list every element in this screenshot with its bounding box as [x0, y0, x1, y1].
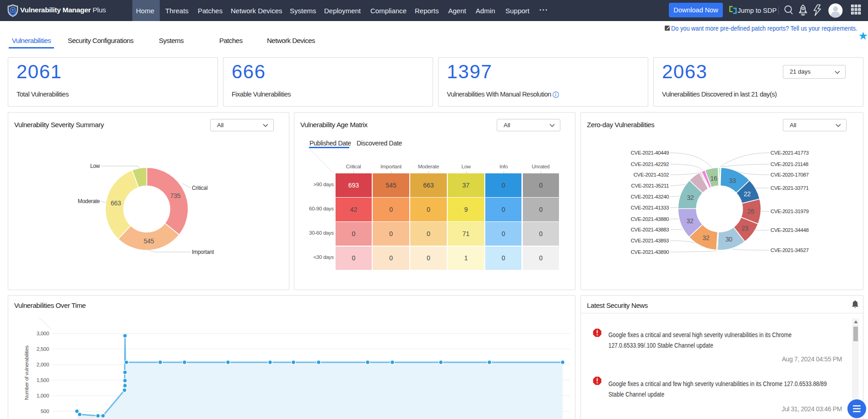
svg-text:CVE-2021-43890: CVE-2021-43890 — [631, 249, 669, 255]
svg-text:22: 22 — [744, 190, 751, 198]
svg-text:26: 26 — [748, 208, 754, 215]
svg-text:30: 30 — [726, 236, 732, 243]
svg-text:CVE-2021-21148: CVE-2021-21148 — [770, 161, 808, 167]
svg-text:CVE-2021-33771: CVE-2021-33771 — [770, 185, 808, 191]
svg-text:32: 32 — [703, 234, 710, 242]
svg-text:663: 663 — [111, 199, 121, 207]
svg-text:Critical: Critical — [192, 185, 207, 191]
svg-text:16: 16 — [711, 175, 717, 182]
svg-text:32: 32 — [687, 217, 694, 225]
svg-text:CVE-2021-4102: CVE-2021-4102 — [634, 172, 669, 177]
svg-text:CVE-2021-43883: CVE-2021-43883 — [631, 227, 669, 232]
svg-text:Low: Low — [90, 163, 100, 169]
svg-text:23: 23 — [742, 225, 749, 232]
svg-text:CVE-2021-42292: CVE-2021-42292 — [631, 161, 669, 167]
svg-text:CVE-2021-43893: CVE-2021-43893 — [631, 238, 669, 243]
svg-text:CVE-2021-43240: CVE-2021-43240 — [631, 194, 669, 199]
svg-text:CVE-2021-43880: CVE-2021-43880 — [631, 216, 669, 222]
svg-text:CVE-2021-31979: CVE-2021-31979 — [770, 209, 808, 214]
svg-text:CVE-2021-41773: CVE-2021-41773 — [770, 150, 808, 156]
svg-text:Moderate: Moderate — [78, 198, 100, 204]
svg-text:CVE-2020-17087: CVE-2020-17087 — [770, 172, 808, 177]
svg-text:33: 33 — [729, 177, 736, 184]
svg-text:545: 545 — [144, 237, 154, 245]
svg-text:CVE-2021-34448: CVE-2021-34448 — [770, 227, 808, 233]
svg-text:Important: Important — [192, 249, 214, 255]
svg-text:CVE-2021-40449: CVE-2021-40449 — [631, 150, 669, 156]
svg-text:32: 32 — [687, 194, 694, 201]
svg-text:CVE-2021-34527: CVE-2021-34527 — [770, 247, 808, 253]
svg-text:CVE-2021-35211: CVE-2021-35211 — [631, 183, 669, 188]
svg-text:735: 735 — [170, 192, 181, 199]
svg-text:CVE-2021-41333: CVE-2021-41333 — [631, 205, 669, 210]
